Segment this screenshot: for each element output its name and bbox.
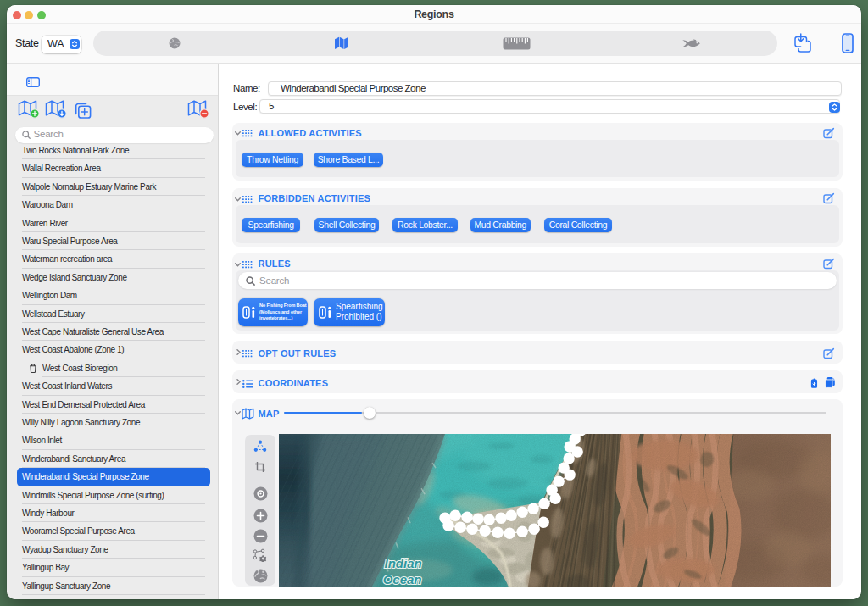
svg-text:Ocean: Ocean bbox=[382, 572, 421, 587]
svg-text:Indian: Indian bbox=[384, 556, 421, 570]
